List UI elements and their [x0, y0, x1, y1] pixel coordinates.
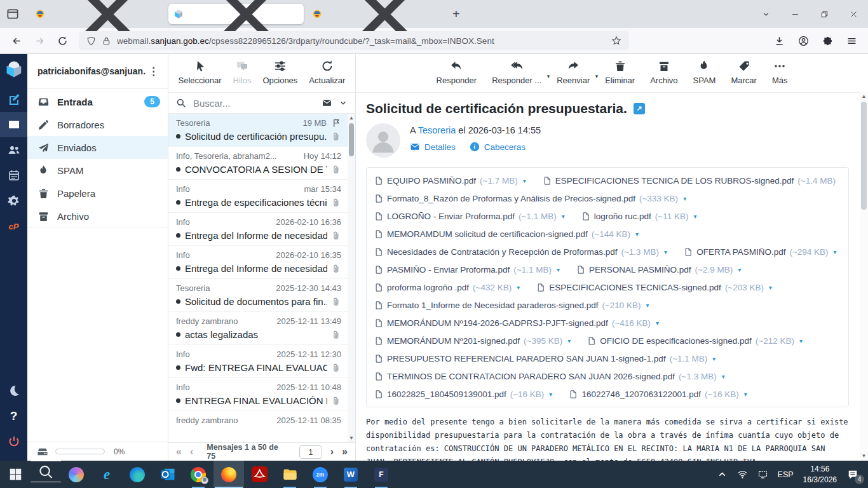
attachment-menu-caret-icon[interactable]: ▾ — [557, 266, 560, 273]
taskbar-forms-app-button[interactable]: F — [366, 461, 397, 488]
prev-page-button[interactable]: ‹ — [190, 447, 193, 457]
attachment-item[interactable]: 16022746_1207063122001.pdf(~16 KB)▾ — [569, 389, 747, 400]
folder-item[interactable]: Papelera — [27, 182, 168, 205]
folder-item[interactable]: Enviados — [27, 136, 168, 159]
tab-compras[interactable]: Ingreso al Sistema - Compras P — [307, 4, 442, 24]
attachment-menu-caret-icon[interactable]: ▾ — [769, 284, 772, 291]
attachment-item[interactable]: PASMIÑO - Enviar Proforma.pdf(~1.1 MB)▾ — [374, 264, 560, 275]
spam-button[interactable]: SPAM — [693, 60, 716, 85]
page-number-input[interactable]: 1 — [299, 445, 322, 459]
message-row[interactable]: Tesoreria 2025-12-30 14:43 Solicitud de … — [168, 279, 355, 312]
attachment-menu-caret-icon[interactable]: ▾ — [517, 284, 520, 291]
search-options-chevron-icon[interactable] — [339, 98, 348, 107]
tab-contratacion[interactable]: Necesidades de Contratación y — [30, 4, 165, 24]
attachment-menu-caret-icon[interactable]: ▾ — [744, 391, 747, 398]
firefox-view-icon[interactable] — [5, 7, 20, 21]
attachment-item[interactable]: Formato 1_Informe de Necesidad paraderos… — [374, 300, 649, 311]
url-text[interactable]: webmail.sanjuan.gob.ec/cpsess8228965126/… — [117, 36, 606, 46]
search-icon[interactable] — [176, 98, 186, 108]
url-bar[interactable]: webmail.sanjuan.gob.ec/cpsess8228965126/… — [79, 31, 629, 50]
archive-button[interactable]: Archivo — [650, 60, 677, 85]
forward-button[interactable]: Reenviar▾ — [557, 60, 590, 85]
back-button[interactable] — [6, 31, 27, 50]
message-row[interactable]: freddy zambrano 2025-12-11 13:49 actas l… — [168, 312, 355, 345]
logout-button[interactable] — [0, 429, 27, 454]
attachment-item[interactable]: LOGROÑO - Enviar Proforma.pdf(~1.1 MB)▾ — [374, 211, 565, 222]
new-tab-button[interactable]: + — [449, 8, 464, 20]
downloads-button[interactable] — [769, 31, 789, 50]
taskbar-edge-button[interactable] — [122, 461, 153, 488]
reading-scrollbar[interactable]: ▲ ▼ — [860, 92, 868, 461]
taskbar-search-button[interactable] — [31, 461, 61, 482]
attachment-item[interactable]: ESPECIFICACIONES TECNICAS-signed.pdf(~20… — [536, 282, 772, 293]
attachment-item[interactable]: TERMINOS DE CONTRATACION PARADERO SAN JU… — [374, 371, 725, 382]
attachment-item[interactable]: ESPECIFICACIONES TECNICA DE LOS RUBROS-s… — [543, 175, 841, 186]
attachment-item[interactable]: EQUIPO PASMIÑO.pdf(~1.7 MB)▾ — [374, 175, 526, 186]
folder-item[interactable]: Borradores — [27, 113, 168, 136]
compose-button[interactable] — [0, 86, 27, 112]
tray-chevron-up-icon[interactable] — [717, 469, 728, 480]
wifi-icon[interactable] — [737, 469, 748, 480]
flag-icon[interactable] — [332, 118, 341, 128]
account-menu-icon[interactable]: ⋮ — [146, 65, 161, 78]
message-row[interactable]: Info, Tesoreria, abraham2... Hoy 14:12 C… — [168, 147, 355, 180]
bookmark-star-icon[interactable] — [611, 36, 621, 46]
attachment-menu-caret-icon[interactable]: ▾ — [562, 213, 565, 220]
details-link[interactable]: Detalles — [410, 142, 456, 152]
tab-roundcube[interactable]: Roundcube Webmail :: Enviados — [168, 4, 304, 24]
attachment-item[interactable]: MEMORÁNDUM Nº194-2026-GADPRSJ-PJFT-signe… — [374, 318, 659, 329]
shield-icon[interactable] — [86, 36, 96, 46]
attachment-menu-caret-icon[interactable]: ▾ — [635, 231, 639, 238]
external-link-icon[interactable] — [634, 103, 645, 114]
forward-caret-icon[interactable]: ▾ — [595, 73, 599, 79]
attachment-item[interactable]: Necesidades de Contratación y Recepción … — [374, 247, 667, 257]
taskbar-file-explorer-button[interactable] — [275, 461, 305, 488]
attachment-menu-caret-icon[interactable]: ▾ — [834, 248, 837, 255]
more-button[interactable]: Más — [772, 60, 788, 85]
search-scope-mail-icon[interactable] — [321, 98, 333, 108]
taskbar-chrome-button[interactable] — [183, 461, 214, 488]
attachment-item[interactable]: Formato_8_Razón de Proformas y Análisis … — [374, 193, 686, 204]
attachment-item[interactable]: logroño ruc.pdf(~11 KB)▾ — [581, 211, 697, 222]
close-button[interactable] — [839, 0, 868, 28]
attachment-item[interactable]: PERSONAL PASMIÑO.pdf(~2.9 MB)▾ — [576, 264, 741, 275]
lock-icon[interactable] — [102, 36, 111, 46]
taskbar-copilot-button[interactable] — [61, 461, 92, 488]
message-row[interactable]: freddy zambrano 2025-12-11 08:35 — [168, 411, 355, 442]
scroll-up-icon[interactable]: ▲ — [862, 93, 867, 100]
cpanel-button[interactable]: cP — [0, 214, 27, 239]
attachment-menu-caret-icon[interactable]: ▾ — [664, 248, 667, 255]
dark-mode-button[interactable] — [0, 378, 27, 403]
reply-all-button[interactable]: Responder ...▾ — [492, 60, 541, 85]
folder-item[interactable]: Entrada 5 — [27, 90, 168, 113]
restore-button[interactable] — [810, 0, 839, 28]
scroll-up-icon[interactable]: ▲ — [349, 115, 354, 121]
attachment-menu-caret-icon[interactable]: ▾ — [722, 373, 725, 380]
attachment-item[interactable]: MEMORÁNDUM Nº201-signed.pdf(~395 KB)▾ — [374, 336, 571, 346]
next-page-button[interactable]: › — [330, 447, 334, 457]
language-indicator[interactable]: ESP — [778, 470, 794, 479]
attachment-item[interactable]: OFICIO DE especificaciones-signed.pdf(~2… — [587, 336, 803, 346]
scroll-down-icon[interactable]: ▼ — [862, 453, 867, 459]
message-row[interactable]: Info 2025-12-11 12:30 Fwd: ENTREGA FINAL… — [168, 345, 355, 378]
account-row[interactable]: patriciabonifas@sanjuan.... ⋮ — [27, 54, 168, 89]
mail-nav-button[interactable] — [0, 112, 27, 137]
reload-button[interactable] — [52, 31, 72, 50]
list-scrollbar[interactable]: ▲ ▼ — [348, 114, 355, 442]
attachment-menu-caret-icon[interactable]: ▾ — [523, 177, 526, 184]
attachment-menu-caret-icon[interactable]: ▾ — [567, 337, 571, 344]
attachment-menu-caret-icon[interactable]: ▾ — [799, 337, 803, 344]
attachment-item[interactable]: PRESUPUESTO REFERENCIAL PARADERO SAN JUA… — [374, 353, 715, 364]
attachment-item[interactable]: 16022825_1804509139001.pdf(~16 KB)▾ — [374, 389, 552, 400]
attachment-menu-caret-icon[interactable]: ▾ — [712, 355, 715, 362]
clock[interactable]: 14:5616/3/2026 — [803, 464, 837, 484]
threads-button[interactable]: Hilos — [233, 60, 252, 85]
recipient-link[interactable]: Tesoreria — [418, 125, 456, 135]
reply-all-caret-icon[interactable]: ▾ — [547, 73, 550, 79]
taskbar-start-button[interactable] — [0, 461, 31, 488]
folder-item[interactable]: Archivo — [27, 205, 168, 227]
mark-button[interactable]: Marcar — [731, 60, 756, 85]
taskbar-outlook-button[interactable] — [153, 461, 183, 488]
settings-nav-button[interactable] — [0, 188, 27, 214]
attachment-menu-caret-icon[interactable]: ▾ — [683, 195, 686, 202]
